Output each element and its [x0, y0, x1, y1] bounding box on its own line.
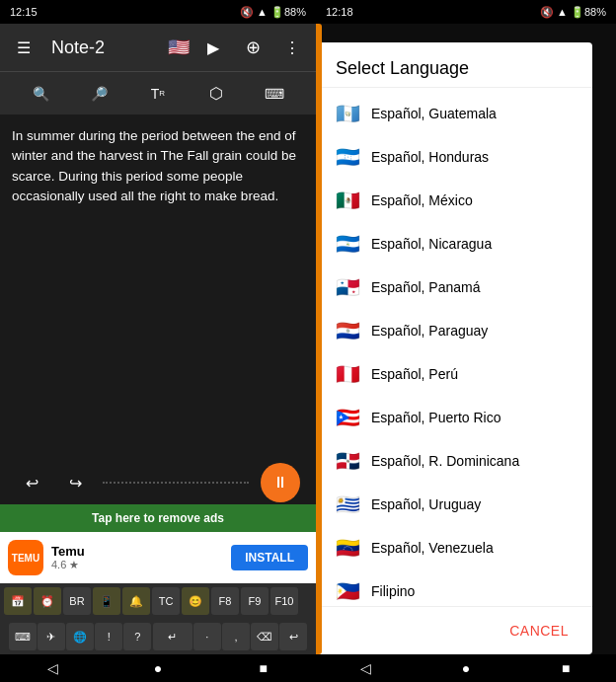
pause-icon: ⏸ — [272, 474, 288, 492]
lang-name: Español, Perú — [371, 366, 458, 382]
battery-left: 🔋88% — [270, 6, 306, 19]
signal-icon-right: ▲ — [557, 6, 568, 18]
lang-name: Español, Paraguay — [371, 323, 488, 339]
mute-icon-right: 🔇 — [540, 6, 554, 19]
comma-key[interactable]: , — [222, 623, 250, 650]
calendar-key[interactable]: 📅 — [4, 587, 32, 615]
status-icons-right: 🔇 ▲ 🔋88% — [540, 6, 606, 19]
language-item[interactable]: 🇻🇪 Español, Venezuela — [316, 526, 592, 569]
lang-flag: 🇻🇪 — [336, 536, 359, 560]
back-button[interactable]: ◁ — [42, 658, 62, 678]
accent-bar — [316, 24, 322, 654]
dot-key[interactable]: · — [193, 623, 221, 650]
ad-info: Temu 4.6 ★ — [51, 544, 223, 571]
bottom-controls: ↩ ↪ ⏸ — [0, 461, 316, 504]
cancel-button[interactable]: CANCEL — [501, 615, 577, 646]
lang-name: Español, Guatemala — [371, 106, 497, 121]
time-left: 12:15 — [10, 6, 38, 18]
undo-button[interactable]: ↩ — [16, 467, 47, 498]
note-content[interactable]: In summer during the period between the … — [0, 114, 316, 461]
keyboard-button[interactable]: ⌨ — [259, 78, 290, 110]
lang-name: Español, Puerto Rico — [371, 410, 501, 425]
lang-flag: 🇵🇦 — [336, 275, 359, 299]
language-item[interactable]: 🇵🇪 Español, Perú — [316, 352, 592, 396]
tc-key[interactable]: TC — [152, 587, 180, 615]
lang-flag: 🇵🇷 — [336, 406, 359, 429]
home-button-right[interactable]: ● — [456, 658, 476, 678]
lang-flag: 🇵🇭 — [336, 579, 359, 603]
keyboard-row2: ⌨ ✈ 🌐 ! ? ↵ · , ⌫ ↩ — [0, 619, 316, 654]
dialog-title: Select Language — [316, 42, 592, 88]
add-button[interactable]: ⊕ — [237, 32, 269, 63]
text-size-button[interactable]: TR — [142, 78, 174, 110]
home-button[interactable]: ● — [148, 658, 168, 678]
menu-button[interactable]: ☰ — [8, 32, 39, 63]
left-panel: 12:15 🔇 ▲ 🔋88% ☰ Note-2 🇺🇸 ▶ ⊕ ⋮ 🔍 🔎 TR … — [0, 0, 316, 682]
keyboard-key[interactable]: ⌨ — [9, 623, 37, 650]
phone-key[interactable]: 📱 — [93, 587, 120, 615]
lang-flag: 🇩🇴 — [336, 449, 359, 473]
pause-button[interactable]: ⏸ — [261, 463, 300, 502]
flag-icon[interactable]: 🇺🇸 — [168, 37, 190, 58]
language-item[interactable]: 🇩🇴 Español, R. Dominicana — [316, 439, 592, 483]
nav-bar-right: ◁ ● ■ — [316, 654, 616, 682]
status-icons-left: 🔇 ▲ 🔋88% — [240, 6, 306, 19]
ad-logo: TEMU — [8, 540, 43, 575]
zoom-out-button[interactable]: 🔍 — [26, 78, 57, 110]
main-toolbar: ☰ Note-2 🇺🇸 ▶ ⊕ ⋮ — [0, 24, 316, 71]
back-button-right[interactable]: ◁ — [356, 658, 376, 678]
language-list: 🇬🇹 Español, Guatemala 🇭🇳 Español, Hondur… — [316, 88, 592, 606]
lang-flag: 🇳🇮 — [336, 232, 359, 256]
ad-banner-text: Tap here to remove ads — [92, 511, 224, 525]
play-button[interactable]: ▶ — [197, 32, 229, 63]
language-item[interactable]: 🇳🇮 Español, Nicaragua — [316, 222, 592, 265]
lang-flag: 🇬🇹 — [336, 102, 359, 125]
lang-name: Español, Honduras — [371, 149, 489, 165]
language-item[interactable]: 🇵🇭 Filipino — [316, 569, 592, 606]
note-title: Note-2 — [47, 38, 160, 58]
f10-key[interactable]: F10 — [270, 587, 298, 615]
fill-button[interactable]: ⬡ — [200, 78, 232, 110]
return-key[interactable]: ↩ — [279, 623, 307, 650]
note-text: In summer during the period between the … — [12, 128, 296, 203]
lang-flag: 🇭🇳 — [336, 145, 359, 169]
question-key[interactable]: ? — [123, 623, 151, 650]
ad-banner[interactable]: Tap here to remove ads — [0, 504, 316, 532]
redo-button[interactable]: ↪ — [59, 467, 91, 498]
lang-name: Español, Panamá — [371, 279, 481, 295]
recent-button-right[interactable]: ■ — [556, 658, 576, 678]
signal-icon: ▲ — [257, 6, 268, 18]
status-bar-right: 12:18 🔇 ▲ 🔋88% — [316, 0, 616, 24]
language-item[interactable]: 🇬🇹 Español, Guatemala — [316, 92, 592, 135]
lang-flag: 🇵🇾 — [336, 319, 359, 342]
language-item[interactable]: 🇵🇷 Español, Puerto Rico — [316, 396, 592, 439]
f9-key[interactable]: F9 — [241, 587, 269, 615]
install-button[interactable]: INSTALL — [231, 545, 308, 570]
bell-key[interactable]: 🔔 — [122, 587, 150, 615]
hamburger-icon: ☰ — [17, 38, 31, 57]
ad-content[interactable]: TEMU Temu 4.6 ★ INSTALL — [0, 532, 316, 583]
language-item[interactable]: 🇲🇽 Español, México — [316, 179, 592, 222]
language-item[interactable]: 🇭🇳 Español, Honduras — [316, 135, 592, 179]
more-button[interactable]: ⋮ — [276, 32, 308, 63]
language-item[interactable]: 🇵🇦 Español, Panamá — [316, 265, 592, 309]
plane-key[interactable]: ✈ — [38, 623, 65, 650]
language-item[interactable]: 🇵🇾 Español, Paraguay — [316, 309, 592, 352]
backspace-key[interactable]: ⌫ — [251, 623, 278, 650]
lang-name: Español, Nicaragua — [371, 236, 492, 252]
exclaim-key[interactable]: ! — [95, 623, 122, 650]
emoji-key[interactable]: 😊 — [182, 587, 209, 615]
clock-key[interactable]: ⏰ — [34, 587, 61, 615]
recent-button[interactable]: ■ — [254, 658, 273, 678]
dotted-divider — [103, 482, 249, 484]
globe-key[interactable]: 🌐 — [66, 623, 94, 650]
time-right: 12:18 — [326, 6, 353, 18]
language-item[interactable]: 🇺🇾 Español, Uruguay — [316, 483, 592, 526]
right-panel: 12:18 🔇 ▲ 🔋88% Select Language 🇬🇹 Españo… — [316, 0, 616, 682]
secondary-toolbar: 🔍 🔎 TR ⬡ ⌨ — [0, 71, 316, 114]
ad-rating: 4.6 ★ — [51, 559, 223, 571]
f8-key[interactable]: F8 — [211, 587, 239, 615]
br-key[interactable]: BR — [63, 587, 91, 615]
zoom-in-button[interactable]: 🔎 — [84, 78, 116, 110]
enter-key[interactable]: ↵ — [153, 623, 192, 650]
